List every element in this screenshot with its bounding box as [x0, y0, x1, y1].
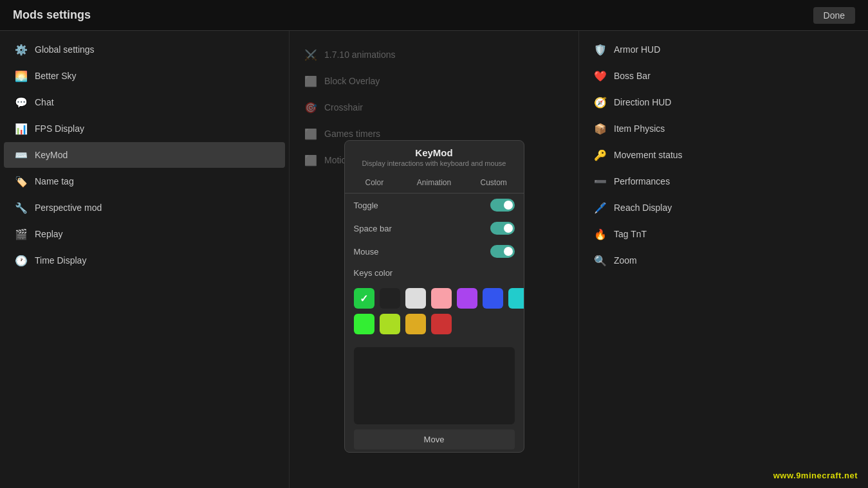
better-sky-label: Better Sky — [35, 71, 77, 81]
sidebar-item-global-settings[interactable]: ⚙️ Global settings — [4, 37, 285, 62]
direction-hud-icon: 🧭 — [593, 95, 607, 109]
left-column: ⚙️ Global settings 🌅 Better Sky 💬 Chat 📊… — [0, 31, 290, 488]
movement-status-label: Movement status — [614, 150, 683, 160]
keymod-label: KeyMod — [35, 150, 68, 160]
color-swatch-yellow-green[interactable] — [380, 314, 400, 334]
setting-space-bar: Space bar — [345, 217, 524, 240]
right-item-tag-tnt[interactable]: 🔥 Tag TnT — [583, 221, 864, 247]
boss-bar-label: Boss Bar — [614, 71, 651, 81]
global-settings-icon: ⚙️ — [14, 42, 28, 57]
tab-animation[interactable]: Animation — [404, 174, 464, 193]
right-item-zoom[interactable]: 🔍 Zoom — [583, 248, 864, 273]
global-settings-label: Global settings — [35, 44, 95, 55]
right-item-direction-hud[interactable]: 🧭 Direction HUD — [583, 89, 864, 115]
animations-icon: ⚔️ — [304, 48, 318, 62]
color-swatch-yellow[interactable] — [405, 314, 426, 334]
right-column: 🛡️ Armor HUD ❤️ Boss Bar 🧭 Direction HUD… — [579, 31, 868, 488]
popup-title: KeyMod — [345, 141, 524, 159]
perspective-mod-label: Perspective mod — [35, 203, 102, 213]
perspective-mod-icon: 🔧 — [14, 201, 28, 215]
chat-label: Chat — [35, 97, 54, 107]
armor-hud-icon: 🛡️ — [593, 42, 607, 57]
space-bar-toggle[interactable] — [490, 222, 515, 235]
center-column: ⚔️ 1.7.10 animations ⬜ Block Overlay 🎯 C… — [290, 31, 579, 488]
right-item-movement-status[interactable]: 🔑 Movement status — [583, 142, 864, 168]
right-item-performances[interactable]: ➖ Performances — [583, 168, 864, 194]
center-item-crosshair[interactable]: 🎯 Crosshair — [293, 95, 575, 120]
animations-label: 1.7.10 animations — [324, 50, 396, 60]
preview-box — [354, 347, 515, 424]
toggle-toggle[interactable] — [490, 199, 515, 212]
sidebar-item-replay[interactable]: 🎬 Replay — [4, 221, 285, 247]
setting-toggle: Toggle — [345, 194, 524, 217]
name-tag-icon: 🏷️ — [14, 174, 28, 188]
color-swatch-white[interactable] — [405, 288, 426, 309]
tag-tnt-icon: 🔥 — [593, 227, 607, 241]
keys-color-label: Keys color — [354, 268, 393, 278]
direction-hud-label: Direction HUD — [614, 97, 671, 107]
color-swatch-pink[interactable] — [431, 288, 452, 309]
tab-color[interactable]: Color — [345, 174, 405, 193]
color-section — [345, 283, 524, 345]
better-sky-icon: 🌅 — [14, 69, 28, 83]
sidebar-item-name-tag[interactable]: 🏷️ Name tag — [4, 168, 285, 194]
tag-tnt-label: Tag TnT — [614, 229, 647, 239]
sidebar-item-chat[interactable]: 💬 Chat — [4, 89, 285, 115]
color-swatch-lime[interactable] — [354, 314, 374, 334]
sidebar-item-time-display[interactable]: 🕐 Time Display — [4, 248, 285, 273]
reach-display-label: Reach Display — [614, 203, 672, 213]
mouse-toggle[interactable] — [490, 245, 515, 258]
replay-label: Replay — [35, 229, 63, 239]
popup-card: KeyMod Display interactions with keyboar… — [344, 140, 524, 453]
keys-color-row: Keys color — [345, 263, 524, 283]
space-bar-label: Space bar — [354, 224, 392, 233]
right-item-item-physics[interactable]: 📦 Item Physics — [583, 116, 864, 141]
sidebar-item-perspective-mod[interactable]: 🔧 Perspective mod — [4, 195, 285, 221]
toggle-label: Toggle — [354, 201, 378, 210]
main-layout: ⚙️ Global settings 🌅 Better Sky 💬 Chat 📊… — [0, 31, 868, 488]
replay-icon: 🎬 — [14, 227, 28, 241]
right-item-armor-hud[interactable]: 🛡️ Armor HUD — [583, 37, 864, 62]
games-timers-label: Games timers — [324, 129, 380, 139]
right-item-reach-display[interactable]: 🖊️ Reach Display — [583, 195, 864, 221]
name-tag-label: Name tag — [35, 176, 74, 186]
color-swatch-black[interactable] — [380, 288, 400, 309]
done-button[interactable]: Done — [813, 7, 855, 24]
games-timers-icon: ⬜ — [304, 127, 318, 141]
color-swatch-red[interactable] — [431, 314, 452, 334]
fps-display-label: FPS Display — [35, 123, 84, 134]
center-item-animations[interactable]: ⚔️ 1.7.10 animations — [293, 42, 575, 68]
time-display-icon: 🕐 — [14, 253, 28, 267]
right-item-boss-bar[interactable]: ❤️ Boss Bar — [583, 63, 864, 89]
boss-bar-icon: ❤️ — [593, 69, 607, 83]
setting-mouse: Mouse — [345, 240, 524, 263]
chat-icon: 💬 — [14, 95, 28, 109]
color-swatch-green-check[interactable] — [354, 288, 374, 309]
popup-tabs: ColorAnimationCustom — [345, 174, 524, 194]
color-swatch-purple[interactable] — [457, 288, 477, 309]
movement-status-icon: 🔑 — [593, 148, 607, 162]
keymod-icon: ⌨️ — [14, 148, 28, 162]
sidebar-item-fps-display[interactable]: 📊 FPS Display — [4, 116, 285, 141]
sidebar-item-better-sky[interactable]: 🌅 Better Sky — [4, 63, 285, 89]
page-title: Mods settings — [13, 8, 91, 22]
color-row-2 — [354, 314, 515, 334]
time-display-label: Time Display — [35, 255, 86, 266]
fps-display-icon: 📊 — [14, 122, 28, 136]
popup-subtitle: Display interactions with keyboard and m… — [345, 159, 524, 174]
zoom-icon: 🔍 — [593, 253, 607, 267]
mouse-label: Mouse — [354, 247, 379, 257]
keymod-popup: KeyMod Display interactions with keyboar… — [290, 140, 578, 488]
block-overlay-label: Block Overlay — [324, 76, 380, 86]
color-row-1 — [354, 288, 515, 309]
color-swatch-cyan[interactable] — [508, 288, 524, 309]
zoom-label: Zoom — [614, 255, 637, 266]
reach-display-icon: 🖊️ — [593, 201, 607, 215]
move-button[interactable]: Move — [354, 429, 515, 449]
sidebar-item-keymod[interactable]: ⌨️ KeyMod — [4, 142, 285, 168]
crosshair-label: Crosshair — [324, 102, 363, 113]
color-swatch-blue[interactable] — [483, 288, 503, 309]
center-item-block-overlay[interactable]: ⬜ Block Overlay — [293, 68, 575, 94]
tab-custom[interactable]: Custom — [464, 174, 524, 193]
header: Mods settings Done — [0, 0, 868, 31]
